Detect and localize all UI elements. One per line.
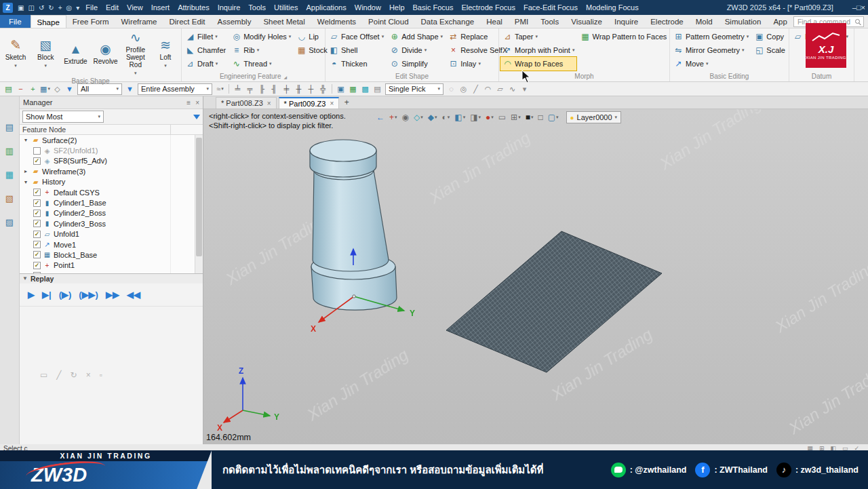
- viewport-layout-icon[interactable]: ▭: [498, 113, 506, 122]
- point-display-icon[interactable]: ◇: [52, 85, 63, 94]
- expander-icon[interactable]: ▾: [22, 137, 29, 143]
- display-manager-icon[interactable]: ▤: [3, 85, 14, 94]
- replay-forward-button[interactable]: ▶▶: [106, 290, 119, 300]
- ribbon-item-morph-with-point[interactable]: ↗Morph with Point▾: [500, 43, 576, 57]
- ribbon-tab-file[interactable]: File: [0, 15, 31, 28]
- material-render-icon[interactable]: ●▾: [486, 113, 494, 122]
- hide-show-icon[interactable]: ◉: [402, 113, 409, 122]
- replay-play-button[interactable]: ▶: [28, 290, 35, 300]
- ribbon-tab-data-exchange[interactable]: Data Exchange: [415, 15, 481, 28]
- visibility-checkbox[interactable]: ✓: [33, 262, 41, 269]
- ribbon-item-extrude[interactable]: ▲Extrude: [61, 41, 90, 65]
- menu-applications[interactable]: Applications: [302, 3, 350, 12]
- tree-item-cylinder3-boss[interactable]: ✓▮Cylinder3_Boss: [20, 218, 203, 229]
- ribbon-item-mirror-geometry[interactable]: ⇋Mirror Geometry▾: [671, 43, 751, 57]
- ribbon-item-face-offset[interactable]: ▱Face Offset▾: [327, 30, 386, 43]
- menu-inquire[interactable]: Inquire: [214, 3, 245, 12]
- edge-display-icon[interactable]: ◨▾: [470, 113, 481, 122]
- ribbon-item-revolve[interactable]: ◉Revolve: [92, 41, 120, 65]
- pick-more-icon[interactable]: ▾: [519, 85, 530, 94]
- ribbon-tab-weldments[interactable]: Weldments: [311, 15, 362, 28]
- new-tab-button[interactable]: +: [341, 98, 352, 107]
- tree-item-wireframe-3[interactable]: ▸▰Wireframe(3): [20, 166, 203, 176]
- ribbon-item-thread[interactable]: ∿Thread▾: [229, 57, 293, 71]
- replay-play-circle-button[interactable]: (▶): [59, 290, 72, 300]
- pick-line-icon[interactable]: ╱: [470, 85, 481, 94]
- menu-face-edit-focus[interactable]: Face-Edit Focus: [519, 3, 582, 12]
- layer-dropdown[interactable]: ●Layer0000▾: [566, 111, 622, 123]
- grid-green-icon[interactable]: ▦: [347, 85, 359, 94]
- menu-electrode-focus[interactable]: Electrode Focus: [457, 3, 519, 12]
- ribbon-item-chamfer[interactable]: ◣Chamfer: [183, 43, 228, 57]
- target-icon[interactable]: ◎: [64, 4, 75, 12]
- white-background-icon[interactable]: □: [538, 113, 542, 122]
- redo-icon[interactable]: ↻: [46, 4, 56, 12]
- ribbon-tab-assembly[interactable]: Assembly: [212, 15, 258, 28]
- view-cube-icon[interactable]: ◆▾: [428, 113, 437, 122]
- align-center-v-icon[interactable]: ╫: [293, 85, 304, 93]
- ribbon-tab-simulation[interactable]: Simulation: [719, 15, 768, 28]
- ribbon-item-divide[interactable]: ⊘Divide▾: [387, 43, 445, 57]
- menu-basic-focus[interactable]: Basic Focus: [409, 3, 458, 12]
- manager-menu-icon[interactable]: ≡: [186, 99, 191, 106]
- ribbon-item-add-shape[interactable]: ⊕Add Shape▾: [387, 30, 445, 43]
- add-icon[interactable]: +: [27, 85, 39, 93]
- ribbon-item-rib[interactable]: ≡Rib▾: [229, 43, 293, 57]
- undo-view-icon[interactable]: ←: [376, 113, 384, 122]
- align-top-icon[interactable]: ╤: [244, 85, 256, 93]
- align-bottom-icon[interactable]: ╧: [232, 85, 243, 93]
- visibility-checkbox[interactable]: ✓: [33, 272, 41, 273]
- scrollbar-thumb[interactable]: [196, 138, 202, 256]
- visibility-checkbox[interactable]: ✓: [33, 251, 41, 258]
- ribbon-item-simplify[interactable]: ⊙Simplify: [387, 57, 445, 71]
- visibility-checkbox[interactable]: ✓: [33, 199, 41, 207]
- ribbon-item-sketch[interactable]: ✎Sketch▾: [1, 37, 30, 69]
- ribbon-tab-electrode[interactable]: Electrode: [644, 15, 690, 28]
- view-orientation-icon[interactable]: ◇▾: [414, 113, 423, 122]
- ribbon-tab-mold[interactable]: Mold: [690, 15, 719, 28]
- replay-ghost-icon-2[interactable]: ╱: [56, 370, 61, 380]
- replay-loop-button[interactable]: (▶▶): [79, 290, 98, 300]
- tree-scrollbar[interactable]: [195, 135, 203, 273]
- tree-item-move1[interactable]: ✓↗Move1: [20, 239, 203, 250]
- tree-item-default-csys[interactable]: ✓+Default CSYS: [20, 187, 203, 197]
- dialog-launcher-icon[interactable]: ◢: [284, 75, 288, 79]
- close-button[interactable]: ×: [861, 3, 865, 12]
- align-center-h-icon[interactable]: ╪: [281, 85, 292, 93]
- menu-utilities[interactable]: Utilities: [270, 3, 302, 12]
- ribbon-item-taper[interactable]: ⊿Taper▾: [500, 30, 576, 43]
- menu-tools[interactable]: Tools: [244, 3, 270, 12]
- ribbon-item-copy[interactable]: ▣Copy: [752, 30, 787, 43]
- menu-modeling-focus[interactable]: Modeling Focus: [582, 3, 643, 12]
- ribbon-item-loft[interactable]: ≋Loft▾: [151, 37, 180, 69]
- color-fill-icon[interactable]: ▼: [64, 85, 75, 93]
- maximize-button[interactable]: □: [856, 3, 861, 12]
- ribbon-tab-sheet-metal[interactable]: Sheet Metal: [257, 15, 311, 28]
- viewport-3d[interactable]: Xian Jin Trading Xian Jin Trading Xian J…: [203, 109, 868, 444]
- ribbon-item-wrap-to-faces[interactable]: ◠Wrap to Faces: [500, 57, 576, 71]
- shade-mode-icon[interactable]: ◧▾: [454, 113, 465, 122]
- layer-dock-icon[interactable]: ▧: [5, 193, 14, 203]
- distribute-h-icon[interactable]: ┼: [305, 85, 317, 93]
- ribbon-item-profile-swept-rod[interactable]: ∿Profile Swept Rod▾: [121, 30, 150, 77]
- rotate-view-icon[interactable]: ◐▾: [442, 113, 450, 122]
- menu-view[interactable]: View: [123, 3, 147, 12]
- visibility-checkbox[interactable]: ✓: [33, 157, 41, 165]
- visibility-checkbox[interactable]: [33, 147, 41, 155]
- pick-curve-icon[interactable]: ∿: [507, 85, 518, 94]
- crosshair-icon[interactable]: +: [56, 4, 64, 12]
- history-dock-icon[interactable]: ▥: [5, 146, 14, 156]
- pick-mode-select[interactable]: Single Pick▾: [385, 83, 443, 95]
- menu-window[interactable]: Window: [351, 3, 385, 12]
- undo-icon[interactable]: ↺: [37, 4, 46, 12]
- menu-help[interactable]: Help: [385, 3, 409, 12]
- ribbon-tab-wireframe[interactable]: Wireframe: [115, 15, 163, 28]
- manager-dock-icon[interactable]: ▤: [5, 122, 14, 132]
- ribbon-tab-visualize[interactable]: Visualize: [565, 15, 608, 28]
- ribbon-item-modify-holes[interactable]: ◎Modify Holes▾: [229, 30, 293, 43]
- tree-item-sf8-surf5-adv[interactable]: ✓◈SF8(Surf5_Adv): [20, 156, 203, 166]
- tree-item-point1[interactable]: ✓+Point1: [20, 260, 203, 271]
- align-right-icon[interactable]: ╢: [269, 85, 280, 93]
- tree-item-block1-base[interactable]: ✓▦Block1_Base: [20, 250, 203, 260]
- ribbon-item-thicken[interactable]: ◓Thicken: [327, 57, 386, 71]
